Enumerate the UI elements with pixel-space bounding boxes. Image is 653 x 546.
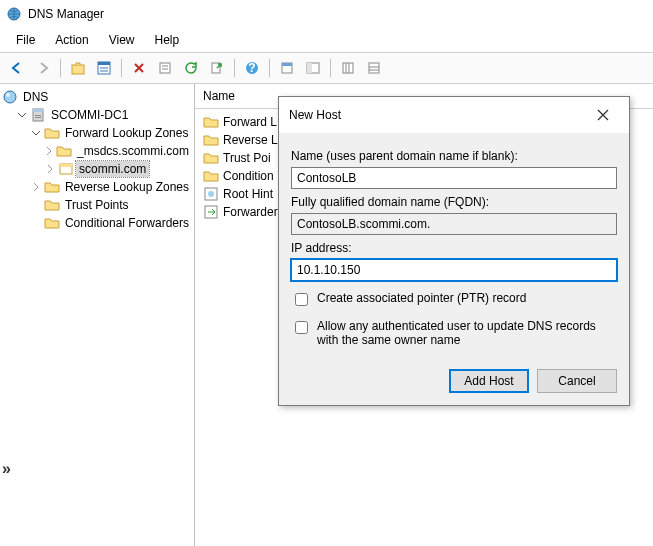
dialog-title: New Host	[289, 108, 341, 122]
svg-rect-26	[35, 115, 41, 116]
tree-tp[interactable]: Trust Points	[2, 196, 192, 214]
toolbar-sep	[234, 59, 235, 77]
new-icon[interactable]	[276, 57, 298, 79]
svg-rect-19	[369, 63, 379, 73]
dns-root-icon	[2, 89, 18, 105]
list-item-label: Reverse L	[223, 133, 278, 147]
svg-rect-25	[33, 109, 43, 112]
ptr-checkbox[interactable]	[295, 293, 308, 306]
hint-icon	[203, 186, 219, 202]
cancel-button[interactable]: Cancel	[537, 369, 617, 393]
back-icon[interactable]	[6, 57, 28, 79]
server-icon	[30, 107, 46, 123]
ip-input[interactable]	[291, 259, 617, 281]
filter-icon[interactable]	[363, 57, 385, 79]
tree-flz-label: Forward Lookup Zones	[62, 125, 191, 141]
dialog-body: Name (uses parent domain name if blank):…	[279, 133, 629, 359]
tree-rlz[interactable]: Reverse Lookup Zones	[2, 178, 192, 196]
ptr-checkbox-row[interactable]: Create associated pointer (PTR) record	[291, 291, 617, 309]
list-item-label: Condition	[223, 169, 274, 183]
svg-rect-29	[60, 164, 72, 167]
svg-rect-15	[307, 63, 312, 73]
svg-rect-27	[35, 117, 41, 118]
refresh-icon[interactable]	[180, 57, 202, 79]
tree-pane: DNS SCOMMI-DC1 Forward Lookup Zones _msd…	[0, 84, 195, 546]
toolbar-sep	[269, 59, 270, 77]
menu-file[interactable]: File	[6, 30, 45, 50]
auth-checkbox-row[interactable]: Allow any authenticated user to update D…	[291, 319, 617, 347]
close-button[interactable]	[583, 103, 623, 127]
menu-help[interactable]: Help	[145, 30, 190, 50]
list-item-label: Forwarder	[223, 205, 278, 219]
dns-app-icon	[6, 6, 22, 22]
chevron-down-icon[interactable]	[30, 127, 42, 139]
add-host-button[interactable]: Add Host	[449, 369, 529, 393]
svg-point-31	[208, 191, 214, 197]
svg-rect-6	[160, 63, 170, 73]
folder-icon	[44, 125, 60, 141]
name-label: Name (uses parent domain name if blank):	[291, 149, 617, 163]
tree-cf[interactable]: Conditional Forwarders	[2, 214, 192, 232]
tree-flz[interactable]: Forward Lookup Zones	[2, 124, 192, 142]
props2-icon[interactable]	[302, 57, 324, 79]
name-input[interactable]	[291, 167, 617, 189]
tree-zone-scommi[interactable]: scommi.com	[2, 160, 192, 178]
expand-handle-icon[interactable]: »	[2, 460, 11, 478]
toolbar-sep	[330, 59, 331, 77]
ip-label: IP address:	[291, 241, 617, 255]
list-item-label: Root Hint	[223, 187, 273, 201]
up-icon[interactable]	[67, 57, 89, 79]
folder-icon	[203, 168, 219, 184]
dialog-titlebar: New Host	[279, 97, 629, 133]
close-icon	[597, 109, 609, 121]
forwarder-icon	[203, 204, 219, 220]
details-icon[interactable]	[93, 57, 115, 79]
folder-icon	[203, 114, 219, 130]
svg-rect-16	[343, 63, 353, 73]
window-title: DNS Manager	[28, 7, 104, 21]
forward-icon[interactable]	[32, 57, 54, 79]
columns-icon[interactable]	[337, 57, 359, 79]
folder-icon	[203, 132, 219, 148]
props-icon[interactable]	[154, 57, 176, 79]
chevron-right-icon[interactable]	[44, 163, 56, 175]
chevron-right-icon[interactable]	[44, 145, 54, 157]
help-icon[interactable]: ?	[241, 57, 263, 79]
tree-zone-msdcs[interactable]: _msdcs.scommi.com	[2, 142, 192, 160]
delete-icon[interactable]	[128, 57, 150, 79]
svg-rect-1	[72, 65, 84, 74]
tree-tp-label: Trust Points	[62, 197, 132, 213]
auth-checkbox-label: Allow any authenticated user to update D…	[317, 319, 617, 347]
fqdn-label: Fully qualified domain name (FQDN):	[291, 195, 617, 209]
menu-view[interactable]: View	[99, 30, 145, 50]
menubar: File Action View Help	[0, 28, 653, 52]
tree-server[interactable]: SCOMMI-DC1	[2, 106, 192, 124]
chevron-down-icon[interactable]	[16, 109, 28, 121]
list-item-label: Forward L	[223, 115, 277, 129]
svg-rect-13	[282, 63, 292, 66]
new-host-dialog: New Host Name (uses parent domain name i…	[278, 96, 630, 406]
svg-rect-3	[98, 62, 110, 65]
folder-icon	[44, 215, 60, 231]
toolbar-sep	[121, 59, 122, 77]
svg-point-23	[6, 93, 10, 97]
window-titlebar: DNS Manager	[0, 0, 653, 28]
chevron-right-icon[interactable]	[30, 181, 42, 193]
folder-icon	[203, 150, 219, 166]
toolbar: ?	[0, 53, 653, 84]
tree-root-label: DNS	[20, 89, 51, 105]
tree-root[interactable]: DNS	[2, 88, 192, 106]
ptr-checkbox-label: Create associated pointer (PTR) record	[317, 291, 526, 305]
folder-icon	[44, 197, 60, 213]
zone-icon	[56, 143, 72, 159]
folder-icon	[44, 179, 60, 195]
auth-checkbox[interactable]	[295, 321, 308, 334]
export-icon[interactable]	[206, 57, 228, 79]
tree-zone-msdcs-label: _msdcs.scommi.com	[74, 143, 192, 159]
tree-server-label: SCOMMI-DC1	[48, 107, 131, 123]
svg-point-22	[4, 91, 16, 103]
svg-text:?: ?	[248, 61, 255, 75]
menu-action[interactable]: Action	[45, 30, 98, 50]
dialog-buttons: Add Host Cancel	[279, 359, 629, 405]
tree-rlz-label: Reverse Lookup Zones	[62, 179, 192, 195]
